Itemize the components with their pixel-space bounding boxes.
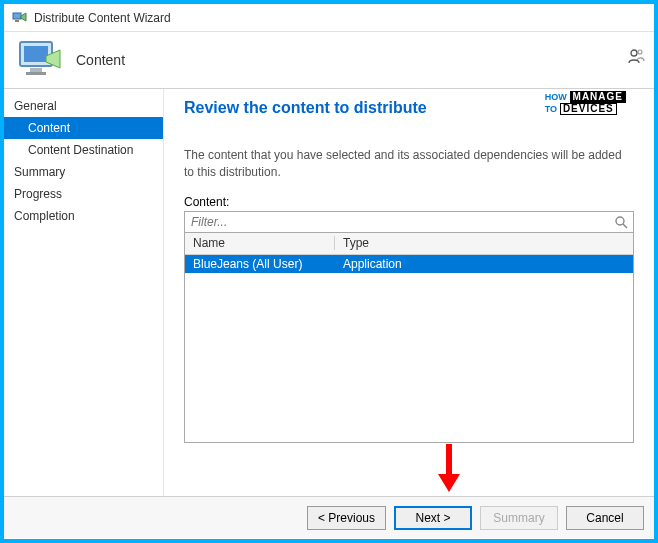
sidebar-item-content-destination[interactable]: Content Destination: [4, 139, 163, 161]
svg-rect-3: [24, 46, 48, 62]
app-icon: [12, 10, 28, 26]
cell-name: BlueJeans (All User): [185, 257, 335, 271]
column-header-type[interactable]: Type: [335, 236, 633, 250]
cell-type: Application: [335, 257, 633, 271]
svg-rect-5: [26, 72, 46, 75]
wizard-header: Content: [4, 32, 654, 88]
svg-point-8: [616, 217, 624, 225]
filter-input[interactable]: [185, 215, 609, 229]
sidebar-item-summary[interactable]: Summary: [4, 161, 163, 183]
next-button[interactable]: Next >: [394, 506, 472, 530]
svg-rect-0: [13, 13, 21, 19]
watermark: HOW MANAGE TO DEVICES: [545, 91, 626, 115]
section-description: The content that you have selected and i…: [184, 147, 634, 181]
previous-button[interactable]: < Previous: [307, 506, 386, 530]
users-icon: [626, 46, 646, 69]
monitor-icon: [16, 38, 64, 82]
svg-rect-4: [30, 68, 42, 72]
wizard-footer: < Previous Next > Summary Cancel: [4, 496, 654, 538]
search-icon[interactable]: [609, 212, 633, 232]
content-grid: Name Type BlueJeans (All User) Applicati…: [184, 233, 634, 443]
svg-rect-1: [15, 20, 19, 22]
window-title: Distribute Content Wizard: [34, 11, 171, 25]
content-pane: HOW MANAGE TO DEVICES Review the content…: [164, 89, 654, 496]
page-title: Content: [76, 52, 125, 68]
titlebar: Distribute Content Wizard: [4, 4, 654, 32]
content-list-label: Content:: [184, 195, 634, 209]
wizard-sidebar: General Content Content Destination Summ…: [4, 89, 164, 496]
svg-point-7: [638, 50, 642, 54]
summary-button: Summary: [480, 506, 558, 530]
grid-header: Name Type: [185, 233, 633, 255]
cancel-button[interactable]: Cancel: [566, 506, 644, 530]
sidebar-item-completion[interactable]: Completion: [4, 205, 163, 227]
sidebar-item-general[interactable]: General: [4, 95, 163, 117]
svg-line-9: [623, 224, 627, 228]
svg-point-6: [631, 50, 637, 56]
filter-row: [184, 211, 634, 233]
sidebar-item-content[interactable]: Content: [4, 117, 163, 139]
table-row[interactable]: BlueJeans (All User) Application: [185, 255, 633, 273]
column-header-name[interactable]: Name: [185, 236, 335, 250]
wizard-body: General Content Content Destination Summ…: [4, 88, 654, 496]
sidebar-item-progress[interactable]: Progress: [4, 183, 163, 205]
